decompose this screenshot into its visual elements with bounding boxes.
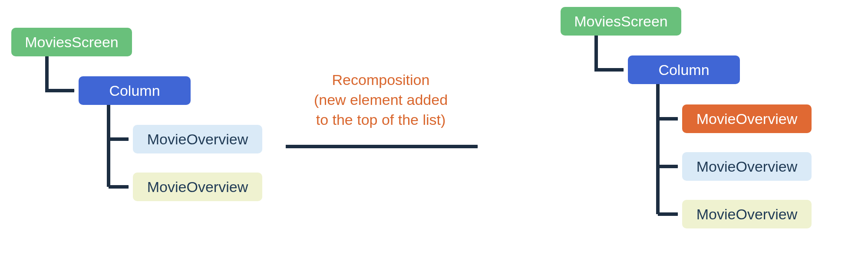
- left-movieoverview-1: MovieOverview: [133, 125, 262, 153]
- left-movies-screen-node: MoviesScreen: [11, 28, 132, 56]
- left-movieoverview-2: MovieOverview: [133, 173, 262, 201]
- right-movieoverview-new: MovieOverview: [682, 104, 812, 133]
- caption-line3: to the top of the list): [316, 111, 446, 128]
- right-movieoverview-3: MovieOverview: [682, 200, 812, 228]
- right-column-node: Column: [628, 55, 740, 84]
- right-movies-screen-node: MoviesScreen: [561, 7, 681, 36]
- caption-line2: (new element added: [314, 91, 448, 108]
- caption-line1: Recomposition: [332, 72, 430, 88]
- right-movieoverview-2: MovieOverview: [682, 152, 812, 181]
- left-column-node: Column: [79, 76, 191, 105]
- recomposition-caption: Recomposition (new element added to the …: [272, 70, 489, 130]
